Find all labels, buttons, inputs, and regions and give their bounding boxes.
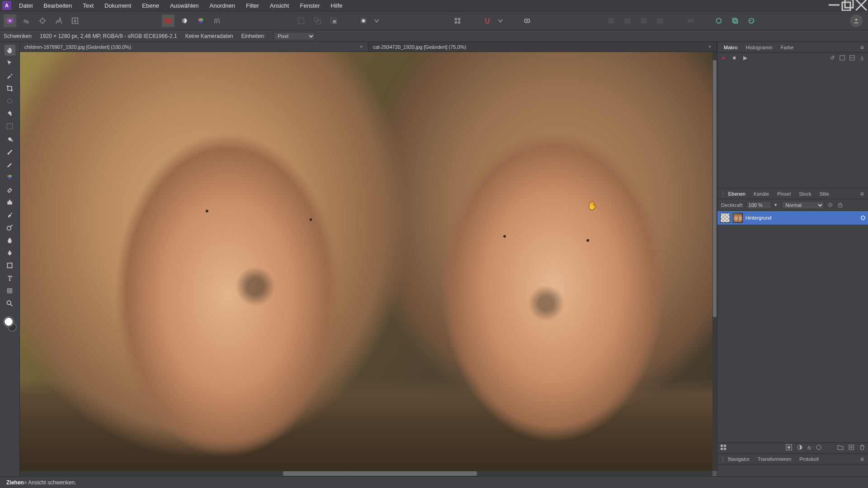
layer-name[interactable]: Hintergrund [745, 215, 771, 221]
units-select[interactable]: Pixel [274, 32, 315, 40]
menu-hilfe[interactable]: Hilfe [326, 0, 348, 11]
menu-ebene[interactable]: Ebene [137, 0, 165, 11]
cloud3-icon[interactable] [745, 14, 758, 27]
selmode-sub-icon[interactable] [327, 14, 340, 27]
tool-pencil[interactable] [5, 159, 15, 169]
opacity-field[interactable] [746, 201, 772, 209]
tool-zoom[interactable] [5, 298, 15, 309]
layer-adjust-icon[interactable] [797, 444, 803, 452]
window-minimize[interactable] [827, 0, 841, 10]
autocolor-icon[interactable] [194, 14, 207, 27]
menu-bearbeiten[interactable]: Bearbeiten [38, 0, 77, 11]
persona-liquify-icon[interactable] [20, 14, 33, 27]
tool-paint-mixer[interactable] [5, 171, 15, 182]
panel3-menu-icon[interactable]: ≡ [860, 455, 865, 463]
quickmask-icon[interactable] [357, 14, 370, 27]
menu-auswaehlen[interactable]: Auswählen [165, 0, 204, 11]
window-restore[interactable] [841, 0, 854, 10]
panel2-collapse-icon[interactable]: ⋮⋮ [720, 191, 725, 197]
persona-tonemap-icon[interactable] [52, 14, 65, 27]
layer-opt-lock-icon[interactable] [837, 202, 844, 209]
doc-tab-2[interactable]: cat-2934720_1920.jpg [Geändert] (75,0%) … [368, 42, 717, 52]
menu-dokument[interactable]: Dokument [99, 0, 137, 11]
tool-colorpicker[interactable] [5, 70, 15, 81]
tool-move[interactable] [5, 57, 15, 68]
layer-list[interactable]: Hintergrund [717, 211, 868, 442]
tab-pinsel[interactable]: Pinsel [774, 190, 794, 198]
tool-pen[interactable] [5, 247, 15, 258]
tab-kanaele[interactable]: Kanäle [750, 190, 773, 198]
menu-filter[interactable]: Filter [241, 0, 264, 11]
selmode-add-icon[interactable] [311, 14, 324, 27]
tab-histogramm[interactable]: Histogramm [742, 43, 776, 52]
layer-visibility-icon[interactable] [861, 216, 865, 220]
layer-delete-icon[interactable] [859, 444, 865, 452]
tab-stock[interactable]: Stock [795, 190, 815, 198]
window-close[interactable] [854, 0, 868, 10]
doc-tab-1-close-icon[interactable]: × [358, 43, 364, 50]
arrange-icon[interactable] [451, 14, 464, 27]
layer-thumbsize-icon[interactable] [720, 444, 726, 452]
tab-transformieren[interactable]: Transformieren [754, 455, 795, 463]
macro-stop-icon[interactable]: ■ [731, 55, 737, 61]
mod1-icon[interactable] [605, 14, 618, 27]
layer-fx-icon[interactable]: fx [807, 446, 811, 450]
autowb-icon[interactable] [211, 14, 223, 27]
persona-develop-icon[interactable] [36, 14, 49, 27]
cloud1-icon[interactable] [712, 14, 725, 27]
tab-stile[interactable]: Stile [816, 190, 833, 198]
selmode-new-icon[interactable] [295, 14, 307, 27]
vertical-scrollbar[interactable] [712, 52, 717, 471]
hscroll-thumb[interactable] [283, 471, 477, 476]
autolevels-icon[interactable] [162, 14, 175, 27]
mod3-icon[interactable] [637, 14, 650, 27]
layer-live-icon[interactable] [816, 444, 822, 452]
quickmask-chevron-icon[interactable] [373, 14, 380, 27]
tool-inpaint[interactable] [5, 209, 15, 220]
foreground-swatch[interactable] [4, 317, 14, 327]
tab-ebenen[interactable]: Ebenen [725, 190, 749, 198]
tool-mesh[interactable] [5, 285, 15, 296]
layer-group-icon[interactable] [837, 444, 844, 452]
menu-datei[interactable]: Datei [14, 0, 38, 11]
menu-anordnen[interactable]: Anordnen [204, 0, 241, 11]
opacity-chevron-icon[interactable]: ▾ [774, 202, 779, 208]
tool-fill[interactable] [5, 133, 15, 144]
tool-brush[interactable] [5, 146, 15, 157]
horizontal-scrollbar[interactable] [20, 471, 712, 476]
doc-tab-1[interactable]: children-1879907_1920.jpg [Geändert] (10… [20, 42, 368, 52]
tool-clone[interactable] [5, 197, 15, 207]
menu-fenster[interactable]: Fenster [294, 0, 325, 11]
layer-opt-gear-icon[interactable] [827, 202, 834, 209]
vscroll-thumb[interactable] [713, 60, 717, 317]
tool-flood-select[interactable] [5, 108, 15, 119]
account-icon[interactable] [850, 14, 863, 27]
mod4-icon[interactable] [654, 14, 666, 27]
snap-chevron-icon[interactable] [497, 14, 504, 27]
tool-shape[interactable] [5, 260, 15, 271]
doc-tab-2-close-icon[interactable]: × [707, 43, 713, 50]
color-swatches[interactable] [4, 317, 16, 333]
mod2-icon[interactable] [621, 14, 634, 27]
macro-export-icon[interactable] [859, 55, 865, 61]
macro-a-icon[interactable] [839, 55, 845, 61]
macro-record-icon[interactable]: ● [720, 55, 726, 61]
tool-erase[interactable] [5, 184, 15, 195]
blendmode-select[interactable]: Normal [782, 201, 824, 209]
menu-ansicht[interactable]: Ansicht [264, 0, 295, 11]
tool-text[interactable] [5, 272, 15, 283]
tab-navigator[interactable]: Navigator [725, 455, 753, 463]
tool-blur[interactable] [5, 235, 15, 245]
layer-add-icon[interactable] [848, 444, 854, 452]
tool-selection-brush[interactable] [5, 95, 15, 106]
mod5-icon[interactable] [682, 14, 700, 27]
tab-protokoll[interactable]: Protokoll [796, 455, 822, 463]
tab-farbe[interactable]: Farbe [777, 43, 797, 52]
layer-row[interactable]: Hintergrund [717, 211, 868, 225]
snap-icon[interactable] [481, 14, 494, 27]
menu-text[interactable]: Text [77, 0, 99, 11]
autocontrast-icon[interactable] [178, 14, 191, 27]
persona-export-icon[interactable] [69, 14, 81, 27]
tool-hand[interactable] [5, 45, 15, 56]
panel1-menu-icon[interactable]: ≡ [860, 44, 865, 51]
